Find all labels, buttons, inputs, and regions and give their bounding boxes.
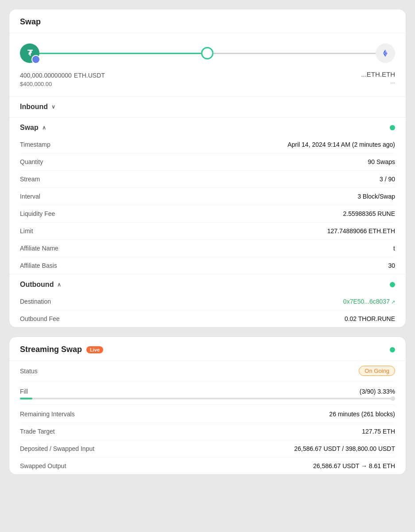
source-amount-usd: $400,000.00 xyxy=(20,81,105,87)
interval-label: Interval xyxy=(20,193,40,200)
swap-visual: ₮ 400,000.00000000 ETH.USDT $40 xyxy=(9,33,406,97)
remaining-label: Remaining Intervals xyxy=(20,411,75,418)
liquidity-fee-value: 2.55988365 RUNE xyxy=(343,210,395,217)
swapped-output-row: Swapped Output 26,586.67 USDT → 8.61 ETH xyxy=(20,458,395,474)
dest-token-icon xyxy=(376,43,395,63)
trade-target-value: 127.75 ETH xyxy=(362,428,395,435)
deposited-label: Deposited / Swapped Input xyxy=(20,445,94,452)
swap-chevron: ∧ xyxy=(42,125,46,131)
affiliate-name-label: Affiliate Name xyxy=(20,245,58,252)
streaming-swap-card: Streaming Swap Live Status On Going Fill… xyxy=(9,336,406,475)
fill-value: (3/90) 3.33% xyxy=(360,388,395,395)
stream-label: Stream xyxy=(20,176,40,183)
affiliate-name-value: t xyxy=(393,245,395,252)
fill-track-end-dot xyxy=(391,396,395,401)
outbound-status-dot xyxy=(390,282,395,287)
destination-label: Destination xyxy=(20,298,51,305)
destination-value[interactable]: 0x7E50...6c8037 xyxy=(343,298,395,305)
inbound-section: Inbound ∨ xyxy=(9,97,406,117)
outbound-chevron: ∧ xyxy=(57,282,61,288)
swap-section: Swap ∧ Timestamp April 14, 2024 9:14 AM … xyxy=(9,117,406,274)
outbound-fee-label: Outbound Fee xyxy=(20,315,60,322)
remaining-value: 26 minutes (261 blocks) xyxy=(329,411,395,418)
swap-status-dot xyxy=(390,125,395,130)
source-amount: 400,000.00000000 ETH.USDT $400,000.00 xyxy=(20,70,105,87)
streaming-card-title: Streaming Swap xyxy=(20,345,82,354)
timestamp-label: Timestamp xyxy=(20,141,50,148)
outbound-section: Outbound ∧ Destination 0x7E50...6c8037 O… xyxy=(9,274,406,327)
trade-target-label: Trade Target xyxy=(20,428,55,435)
inbound-header[interactable]: Inbound ∨ xyxy=(20,97,395,117)
trade-target-row: Trade Target 127.75 ETH xyxy=(20,423,395,440)
swap-card: Swap ₮ 400,000.00000000 xyxy=(9,9,406,328)
quantity-row: Quantity 90 Swaps xyxy=(20,153,395,171)
outbound-fee-row: Outbound Fee 0.02 THOR.RUNE xyxy=(20,310,395,327)
timestamp-value: April 14, 2024 9:14 AM (2 minutes ago) xyxy=(287,141,395,148)
outbound-section-header[interactable]: Outbound ∧ xyxy=(20,274,395,293)
destination-row: Destination 0x7E50...6c8037 xyxy=(20,293,395,310)
streaming-card-header: Streaming Swap Live xyxy=(9,337,406,361)
swap-card-title: Swap xyxy=(9,9,406,33)
streaming-title-left: Streaming Swap Live xyxy=(20,345,103,354)
interval-row: Interval 3 Block/Swap xyxy=(20,188,395,205)
dest-token-label: ...ETH.ETH xyxy=(361,70,395,78)
affiliate-basis-value: 30 xyxy=(388,262,395,269)
affiliate-name-row: Affiliate Name t xyxy=(20,240,395,257)
source-token-icon: ₮ xyxy=(20,43,39,63)
swap-section-header[interactable]: Swap ∧ xyxy=(20,117,395,136)
outbound-fee-value: 0.02 THOR.RUNE xyxy=(345,315,395,322)
limit-value: 127.74889066 ETH.ETH xyxy=(327,227,395,235)
inbound-label: Inbound xyxy=(20,103,48,111)
fill-label: Fill xyxy=(20,388,28,395)
quantity-label: Quantity xyxy=(20,158,43,165)
progress-track: ₮ xyxy=(20,42,395,64)
status-row: Status On Going xyxy=(20,361,395,381)
streaming-body: Status On Going Fill (3/90) 3.33% Remain… xyxy=(9,361,406,474)
dest-secondary: ... xyxy=(361,78,395,85)
liquidity-fee-label: Liquidity Fee xyxy=(20,210,55,217)
fill-progress-fill xyxy=(20,398,32,399)
deposited-row: Deposited / Swapped Input 26,586.67 USDT… xyxy=(20,440,395,458)
quantity-value: 90 Swaps xyxy=(368,158,395,165)
swapped-output-value: 26,586.67 USDT → 8.61 ETH xyxy=(313,462,395,469)
swap-section-left: Swap ∧ xyxy=(20,124,46,132)
swap-amounts: 400,000.00000000 ETH.USDT $400,000.00 ..… xyxy=(20,69,395,92)
swapped-output-label: Swapped Output xyxy=(20,462,66,469)
status-label: Status xyxy=(20,368,38,375)
remaining-row: Remaining Intervals 26 minutes (261 bloc… xyxy=(20,406,395,423)
liquidity-fee-row: Liquidity Fee 2.55988365 RUNE xyxy=(20,205,395,223)
fill-row: Fill (3/90) 3.33% xyxy=(20,383,395,405)
timestamp-row: Timestamp April 14, 2024 9:14 AM (2 minu… xyxy=(20,136,395,153)
stream-row: Stream 3 / 90 xyxy=(20,171,395,188)
affiliate-basis-label: Affiliate Basis xyxy=(20,262,57,269)
progress-indicator xyxy=(201,47,213,59)
status-badge: On Going xyxy=(359,366,395,376)
stream-value: 3 / 90 xyxy=(380,176,395,183)
fill-progress-track xyxy=(20,398,395,399)
source-amount-primary: 400,000.00000000 ETH.USDT xyxy=(20,70,105,80)
live-badge: Live xyxy=(86,346,103,353)
dest-amount: ...ETH.ETH ... xyxy=(361,70,395,85)
swap-section-label: Swap xyxy=(20,124,39,132)
outbound-section-label: Outbound xyxy=(20,281,54,289)
interval-value: 3 Block/Swap xyxy=(357,193,395,200)
eth-icon xyxy=(381,49,390,58)
limit-row: Limit 127.74889066 ETH.ETH xyxy=(20,223,395,240)
deposited-value: 26,586.67 USDT / 398,800.00 USDT xyxy=(294,445,395,452)
outbound-section-left: Outbound ∧ xyxy=(20,281,61,289)
track-fill xyxy=(39,53,207,54)
limit-label: Limit xyxy=(20,227,33,235)
inbound-chevron: ∨ xyxy=(51,104,55,110)
affiliate-basis-row: Affiliate Basis 30 xyxy=(20,257,395,274)
streaming-status-dot xyxy=(390,347,395,352)
